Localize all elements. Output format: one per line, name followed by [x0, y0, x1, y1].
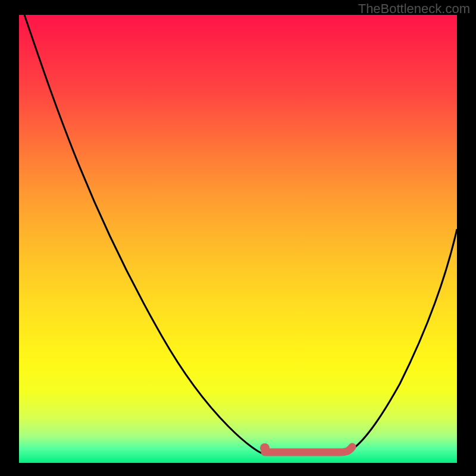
chart-container: TheBottleneck.com [0, 0, 476, 476]
watermark-text: TheBottleneck.com [358, 1, 470, 17]
gradient-background [19, 15, 457, 463]
